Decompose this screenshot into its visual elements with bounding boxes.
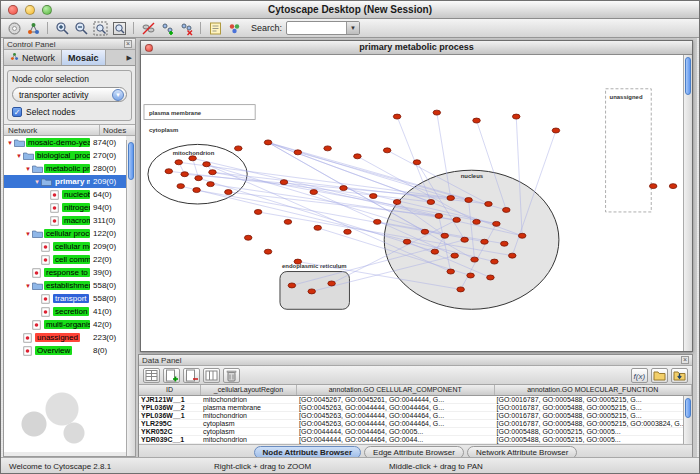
tab-mosaic[interactable]: Mosaic [62,50,106,65]
network-canvas[interactable]: plasma membranecytoplasmmitochondrionnuc… [141,55,683,351]
create-view-icon[interactable] [158,20,176,37]
network-node[interactable] [370,194,378,199]
table-row[interactable]: YDR039C__1mitochondrion[GO:0044444, GO:0… [139,436,692,444]
zoom-window-button[interactable] [42,5,52,15]
tree-row-mosaic-demo-yeast[interactable]: ▼mosaic-demo-yeast874(0) [4,136,126,149]
network-node[interactable] [413,160,421,165]
scrollbar-thumb[interactable] [128,142,134,180]
tree-row-biological-process[interactable]: ▼biological_process270(0) [4,149,126,162]
column-header-annotation-go-molecular-function[interactable]: annotation.GO MOLECULAR_FUNCTION [495,385,693,395]
tree-row-establishment-of-lo[interactable]: ▼establishment of lo...558(0) [4,279,126,292]
zoom-fit-icon[interactable] [110,20,128,37]
network-node[interactable] [473,219,481,224]
network-view-scrollbar[interactable] [683,55,692,351]
network-node[interactable] [284,219,292,224]
control-panel-close-icon[interactable]: × [124,40,132,48]
network-node[interactable] [493,221,501,226]
network-node[interactable] [165,169,173,174]
network-node[interactable] [403,239,411,244]
network-node[interactable] [431,249,439,254]
search-input[interactable] [287,22,345,34]
network-icon[interactable] [24,20,42,37]
tree-row-primary-metabo[interactable]: ▼primary metabo...209(0) [4,175,126,188]
folder-open-icon[interactable] [651,368,668,383]
tree-row-cellular-metabo[interactable]: cellular metabo...209(0) [4,240,126,253]
network-node[interactable] [435,213,443,218]
tree-row-nitrogen-compo[interactable]: nitrogen compo...94(0) [4,201,126,214]
close-button[interactable] [8,5,18,15]
tree-row-response-to-stimul[interactable]: response to stimul...39(0) [4,266,126,279]
network-window-titlebar[interactable]: primary metabolic process [141,41,692,55]
network-node[interactable] [177,184,185,189]
network-node[interactable] [421,229,429,234]
network-node[interactable] [354,154,362,159]
zoom-out-icon[interactable] [72,20,90,37]
tree-row-nucleobase[interactable]: nucleobase...64(0) [4,188,126,201]
tree-row-multi-organism-pro[interactable]: multi-organism pro...42(0) [4,318,126,331]
hide-selected-icon[interactable] [139,20,157,37]
network-node[interactable] [203,162,211,167]
network-node[interactable] [189,156,197,161]
expand-triangle-icon[interactable]: ▼ [24,283,32,289]
network-node[interactable] [314,225,322,230]
network-node[interactable] [508,253,516,258]
network-node[interactable] [481,239,489,244]
network-node[interactable] [393,200,401,205]
network-node[interactable] [669,184,677,189]
expand-triangle-icon[interactable]: ▼ [15,153,23,159]
network-node[interactable] [491,259,499,264]
network-node[interactable] [453,217,461,222]
network-node[interactable] [328,281,336,286]
network-node[interactable] [225,190,233,195]
expand-triangle-icon[interactable]: ▼ [24,166,32,172]
network-node[interactable] [308,289,316,294]
network-node[interactable] [393,114,401,119]
vizmapper-icon[interactable] [225,20,243,37]
network-node[interactable] [433,110,441,115]
create-attribute-icon[interactable] [163,368,180,383]
tree-header-nodes[interactable]: Nodes [99,125,135,135]
network-node[interactable] [451,253,459,258]
network-node[interactable] [280,180,288,185]
tab-overflow-arrow-icon[interactable]: ▶ [124,50,135,65]
tree-row-secretion[interactable]: secretion41(0) [4,305,126,318]
tree-row-cellular-process[interactable]: ▼cellular process122(0) [4,227,126,240]
tree-row-unassigned[interactable]: unassigned223(0) [4,331,126,344]
select-nodes-checkbox[interactable]: ✓ Select nodes [12,107,127,117]
network-node[interactable] [235,146,243,151]
delete-attribute-icon[interactable] [183,368,200,383]
column-header-cellularlayoutregion[interactable]: _cellularLayoutRegion [201,385,297,395]
minimize-button[interactable] [25,5,35,15]
network-node[interactable] [447,269,455,274]
network-node[interactable] [649,184,657,189]
attribute-table-scrollbar[interactable] [683,396,692,444]
column-header-annotation-go-cellular-component[interactable]: annotation.GO CELLULAR_COMPONENT [297,385,495,395]
network-node[interactable] [465,198,473,203]
formula-icon[interactable]: f(x) [631,368,648,383]
tree-row-transport[interactable]: transport558(0) [4,292,126,305]
network-node[interactable] [441,233,449,238]
control-panel-scrollbar[interactable] [126,140,135,456]
column-header-id[interactable]: ID [139,385,201,395]
select-attributes-icon[interactable] [143,368,160,383]
network-node[interactable] [461,237,469,242]
network-node[interactable] [181,172,189,177]
network-node[interactable] [467,273,475,278]
network-node[interactable] [427,200,435,205]
network-node[interactable] [471,257,479,262]
expand-triangle-icon[interactable]: ▼ [6,140,14,146]
data-panel-close-icon[interactable]: × [681,356,689,364]
network-node[interactable] [195,176,203,181]
network-node[interactable] [485,202,493,207]
search-dropdown-arrow-icon[interactable]: ▼ [346,22,359,34]
zoom-selected-icon[interactable] [91,20,109,37]
annotation-icon[interactable] [206,20,224,37]
network-node[interactable] [512,114,520,119]
search-combo[interactable]: ▼ [286,21,360,35]
network-node[interactable] [294,150,302,155]
network-node[interactable] [193,188,201,193]
zoom-in-icon[interactable] [53,20,71,37]
folder-save-icon[interactable] [671,368,688,383]
network-node[interactable] [340,186,348,191]
network-node[interactable] [518,233,526,238]
